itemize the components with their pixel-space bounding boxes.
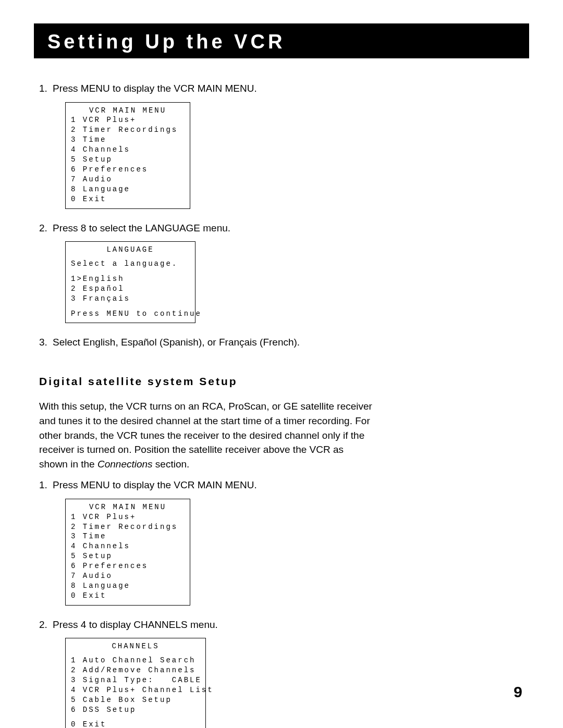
step-number: 1. [39,82,53,96]
menu-title: VCR MAIN MENU [71,502,185,512]
page-title: Setting Up the VCR [34,23,529,58]
menu-item: 7 Audio [71,175,185,184]
menu-item: 4 Channels [71,145,185,155]
page: Setting Up the VCR 1. Press MENU to disp… [0,0,563,728]
para-italic: Connections [97,459,153,470]
menu-item: 1 VCR Plus+ [71,512,185,522]
step-text: Press MENU to display the VCR MAIN MENU. [53,478,257,492]
step-2: 2. Press 8 to select the LANGUAGE menu. [39,221,373,236]
step-dss-2: 2. Press 4 to display CHANNELS menu. [39,618,373,632]
menu-item: 3 Time [71,532,185,541]
menu-item: 4 Channels [71,541,185,551]
step-dss-1: 1. Press MENU to display the VCR MAIN ME… [39,478,373,492]
menu-item: 2 Add/Remove Channels [71,665,200,675]
menu-item: 2 Timer Recordings [71,522,185,532]
menu-subtitle: Select a language. [71,259,190,269]
menu-item: 1 Auto Channel Search [71,656,200,665]
menu-item: 8 Language [71,184,185,194]
menu-item: 2 Español [71,284,190,294]
step-1: 1. Press MENU to display the VCR MAIN ME… [39,82,373,96]
step-text: Press 4 to display CHANNELS menu. [53,618,218,632]
menu-item: 8 Language [71,581,185,591]
content-column: 1. Press MENU to display the VCR MAIN ME… [34,58,373,728]
menu-item: 1>English [71,274,190,284]
menu-item: 7 Audio [71,571,185,581]
channels-menu-box: CHANNELS 1 Auto Channel Search 2 Add/Rem… [65,638,206,728]
menu-title: VCR MAIN MENU [71,106,185,116]
menu-footer: Press MENU to continue [71,309,190,319]
section-heading-dss: Digital satellite system Setup [39,374,373,389]
menu-item: 3 Signal Type: CABLE [71,675,200,685]
menu-item: 1 VCR Plus+ [71,115,185,125]
vcr-main-menu-box-1: VCR MAIN MENU 1 VCR Plus+ 2 Timer Record… [65,102,190,209]
menu-item: 4 VCR Plus+ Channel List [71,685,200,695]
menu-title: LANGUAGE [71,245,190,255]
step-text: Press MENU to display the VCR MAIN MENU. [53,82,257,96]
step-number: 2. [39,221,53,236]
menu-item: 6 Preferences [71,165,185,175]
menu-item: 6 Preferences [71,561,185,571]
vcr-main-menu-box-2: VCR MAIN MENU 1 VCR Plus+ 2 Timer Record… [65,499,190,606]
menu-item: 5 Setup [71,551,185,561]
menu-item: 0 Exit [71,720,200,728]
step-text: Press 8 to select the LANGUAGE menu. [53,221,230,236]
menu-item: 2 Timer Recordings [71,125,185,135]
menu-item: 5 Setup [71,155,185,165]
dss-paragraph: With this setup, the VCR turns on an RCA… [39,399,373,471]
menu-item: 6 DSS Setup [71,705,200,715]
menu-item: 0 Exit [71,194,185,204]
step-number: 2. [39,618,53,632]
menu-item: 5 Cable Box Setup [71,695,200,705]
menu-item: 0 Exit [71,591,185,601]
step-number: 3. [39,336,53,350]
para-text: With this setup, the VCR turns on an RCA… [39,401,372,469]
step-text: Select English, Español (Spanish), or Fr… [53,336,300,350]
menu-item: 3 Français [71,294,190,304]
step-3: 3. Select English, Español (Spanish), or… [39,336,373,350]
menu-item: 3 Time [71,135,185,145]
menu-title: CHANNELS [71,641,200,651]
page-number: 9 [513,683,522,701]
language-menu-box: LANGUAGE Select a language. 1>English 2 … [65,241,195,323]
step-number: 1. [39,478,53,492]
para-text: section. [153,459,190,470]
